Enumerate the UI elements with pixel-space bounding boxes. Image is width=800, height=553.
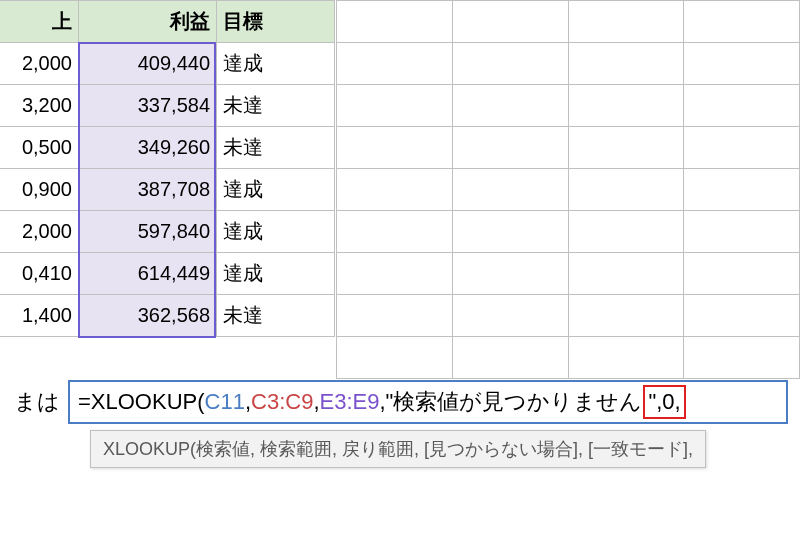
- cell[interactable]: 2,000: [0, 211, 79, 253]
- cell[interactable]: [452, 337, 568, 379]
- formula-row: まは =XLOOKUP(C11,C3:C9,E3:E9,"検索値が見つかりません…: [0, 380, 788, 424]
- cell[interactable]: [684, 43, 800, 85]
- cell[interactable]: [684, 337, 800, 379]
- cell[interactable]: [684, 253, 800, 295]
- formula-label: まは: [0, 387, 68, 417]
- cell[interactable]: [684, 1, 800, 43]
- cell[interactable]: [337, 43, 453, 85]
- cell[interactable]: [337, 85, 453, 127]
- cell[interactable]: [337, 337, 453, 379]
- cell[interactable]: [337, 211, 453, 253]
- cell[interactable]: [568, 169, 684, 211]
- cell[interactable]: [568, 253, 684, 295]
- formula-arg-notfound: "検索値が見つかりません: [386, 387, 643, 417]
- cell[interactable]: 達成: [217, 253, 335, 295]
- formula-highlight-box: ",0,: [643, 385, 685, 419]
- cell[interactable]: 614,449: [79, 253, 217, 295]
- cell[interactable]: 達成: [217, 169, 335, 211]
- table-row: 2,000 409,440 達成: [0, 43, 335, 85]
- table-row: 3,200 337,584 未達: [0, 85, 335, 127]
- cell[interactable]: [568, 1, 684, 43]
- cell[interactable]: 0,410: [0, 253, 79, 295]
- cell[interactable]: [568, 337, 684, 379]
- cell[interactable]: [337, 169, 453, 211]
- formula-input-cell[interactable]: =XLOOKUP(C11,C3:C9,E3:E9,"検索値が見つかりません",0…: [68, 380, 788, 424]
- table-row: 0,410 614,449 達成: [0, 253, 335, 295]
- cell[interactable]: [337, 127, 453, 169]
- cell[interactable]: [684, 127, 800, 169]
- cell[interactable]: [337, 295, 453, 337]
- cell[interactable]: [452, 295, 568, 337]
- cell[interactable]: [684, 295, 800, 337]
- cell[interactable]: [452, 253, 568, 295]
- cell[interactable]: [684, 211, 800, 253]
- cell[interactable]: 2,000: [0, 43, 79, 85]
- cell[interactable]: [568, 43, 684, 85]
- cell[interactable]: [337, 1, 453, 43]
- cell[interactable]: 387,708: [79, 169, 217, 211]
- formula-prefix: =XLOOKUP(: [78, 389, 205, 415]
- cell[interactable]: 達成: [217, 43, 335, 85]
- data-table[interactable]: 上 利益 目標 2,000 409,440 達成 3,200 337,584 未…: [0, 0, 335, 337]
- cell[interactable]: 未達: [217, 295, 335, 337]
- formula-arg-returnarray: E3:E9: [320, 389, 380, 415]
- cell[interactable]: [452, 169, 568, 211]
- cell[interactable]: 349,260: [79, 127, 217, 169]
- cell[interactable]: [452, 85, 568, 127]
- cell[interactable]: 未達: [217, 127, 335, 169]
- cell[interactable]: 達成: [217, 211, 335, 253]
- header-row: 上 利益 目標: [0, 1, 335, 43]
- cell[interactable]: [568, 211, 684, 253]
- cell[interactable]: [452, 43, 568, 85]
- cell[interactable]: 0,900: [0, 169, 79, 211]
- cell[interactable]: [452, 211, 568, 253]
- table-row: 0,900 387,708 達成: [0, 169, 335, 211]
- cell[interactable]: [452, 1, 568, 43]
- empty-cells: [336, 0, 800, 553]
- table-row: 0,500 349,260 未達: [0, 127, 335, 169]
- cell[interactable]: [684, 169, 800, 211]
- cell[interactable]: [568, 295, 684, 337]
- header-col-c[interactable]: 目標: [217, 1, 335, 43]
- cell[interactable]: 337,584: [79, 85, 217, 127]
- cell[interactable]: [568, 85, 684, 127]
- cell[interactable]: 未達: [217, 85, 335, 127]
- header-col-a[interactable]: 上: [0, 1, 79, 43]
- formula-arg-lookup: C11: [205, 389, 245, 415]
- formula-arg-lookuparray: C3:C9: [251, 389, 313, 415]
- cell[interactable]: [568, 127, 684, 169]
- cell[interactable]: [337, 253, 453, 295]
- spreadsheet-area: 上 利益 目標 2,000 409,440 達成 3,200 337,584 未…: [0, 0, 800, 553]
- table-row: 1,400 362,568 未達: [0, 295, 335, 337]
- header-col-b[interactable]: 利益: [79, 1, 217, 43]
- cell[interactable]: 409,440: [79, 43, 217, 85]
- table-row: 2,000 597,840 達成: [0, 211, 335, 253]
- cell[interactable]: 1,400: [0, 295, 79, 337]
- cell[interactable]: 0,500: [0, 127, 79, 169]
- cell[interactable]: 597,840: [79, 211, 217, 253]
- cell[interactable]: [684, 85, 800, 127]
- function-tooltip: XLOOKUP(検索値, 検索範囲, 戻り範囲, [見つからない場合], [一致…: [90, 430, 706, 468]
- cell[interactable]: 362,568: [79, 295, 217, 337]
- cell[interactable]: [452, 127, 568, 169]
- cell[interactable]: 3,200: [0, 85, 79, 127]
